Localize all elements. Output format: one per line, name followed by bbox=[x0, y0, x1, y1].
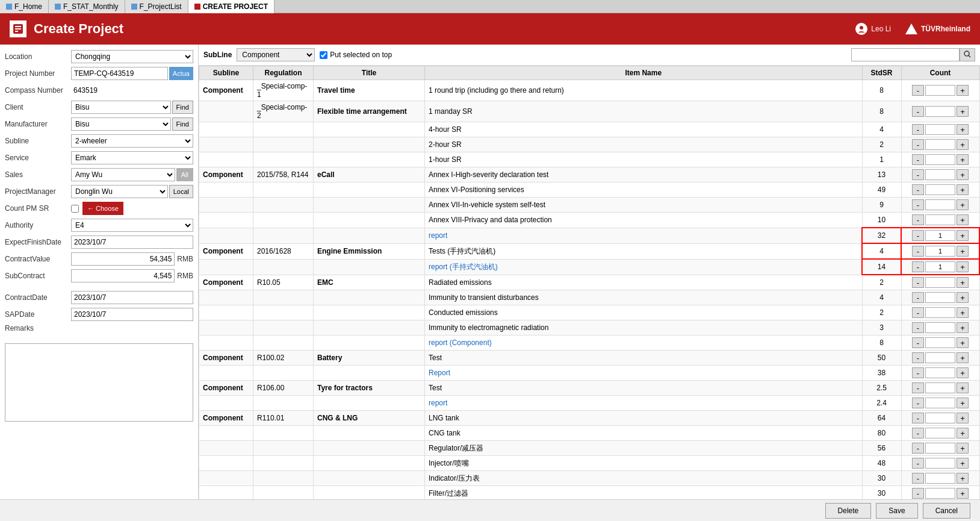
cell-count[interactable]: -+ bbox=[901, 335, 979, 351]
save-button[interactable]: Save bbox=[876, 503, 917, 519]
pm-local-button[interactable]: Local bbox=[169, 185, 193, 198]
contract-date-input[interactable] bbox=[71, 291, 193, 304]
project-number-input[interactable] bbox=[71, 67, 168, 80]
count-plus-button[interactable]: + bbox=[957, 292, 969, 303]
cell-itemname[interactable]: report bbox=[425, 396, 863, 411]
cell-itemname[interactable]: report (手持式汽油机) bbox=[425, 259, 863, 275]
count-plus-button[interactable]: + bbox=[957, 307, 969, 318]
contract-value-input[interactable] bbox=[71, 252, 175, 266]
item-link[interactable]: report (Component) bbox=[429, 338, 492, 347]
count-plus-button[interactable]: + bbox=[957, 261, 969, 272]
count-plus-button[interactable]: + bbox=[957, 413, 969, 423]
count-plus-button[interactable]: + bbox=[957, 85, 969, 96]
cell-count[interactable]: -+ bbox=[901, 275, 979, 290]
tab-projectlist[interactable]: F_ProjectList bbox=[125, 0, 188, 13]
cell-count[interactable]: -+ bbox=[901, 305, 979, 320]
count-input[interactable] bbox=[925, 184, 955, 195]
count-input[interactable] bbox=[925, 413, 955, 423]
count-minus-button[interactable]: - bbox=[912, 292, 924, 303]
count-input[interactable] bbox=[925, 230, 955, 241]
count-minus-button[interactable]: - bbox=[912, 398, 924, 408]
count-minus-button[interactable]: - bbox=[912, 199, 924, 210]
manufacturer-find-button[interactable]: Find bbox=[172, 117, 193, 131]
item-link[interactable]: Report bbox=[429, 369, 450, 377]
count-minus-button[interactable]: - bbox=[912, 261, 924, 272]
count-plus-button[interactable]: + bbox=[957, 473, 969, 484]
cell-count[interactable]: -+ bbox=[901, 183, 979, 198]
count-plus-button[interactable]: + bbox=[957, 214, 969, 225]
delete-button[interactable]: Delete bbox=[825, 503, 872, 519]
count-input[interactable] bbox=[925, 307, 955, 318]
count-minus-button[interactable]: - bbox=[912, 85, 924, 96]
service-select[interactable]: Emark bbox=[71, 151, 193, 164]
cell-count[interactable]: -+ bbox=[901, 213, 979, 228]
cell-count[interactable]: -+ bbox=[901, 80, 979, 101]
cell-count[interactable]: -+ bbox=[901, 320, 979, 335]
location-select[interactable]: Chongqing bbox=[71, 50, 193, 63]
actual-button[interactable]: Actua bbox=[169, 67, 193, 80]
subline-select[interactable]: 2-wheeler bbox=[71, 134, 193, 148]
count-input[interactable] bbox=[925, 292, 955, 303]
cell-count[interactable]: -+ bbox=[901, 456, 979, 471]
count-input[interactable] bbox=[925, 398, 955, 408]
cell-itemname[interactable]: Report bbox=[425, 366, 863, 381]
count-input[interactable] bbox=[925, 337, 955, 348]
cell-count[interactable]: -+ bbox=[901, 198, 979, 213]
item-link[interactable]: report bbox=[429, 399, 447, 407]
count-plus-button[interactable]: + bbox=[957, 199, 969, 210]
cell-count[interactable]: -+ bbox=[901, 167, 979, 183]
cell-count[interactable]: -+ bbox=[901, 486, 979, 500]
count-minus-button[interactable]: - bbox=[912, 458, 924, 469]
count-plus-button[interactable]: + bbox=[957, 382, 969, 393]
cell-count[interactable]: -+ bbox=[901, 396, 979, 411]
count-minus-button[interactable]: - bbox=[912, 154, 924, 165]
count-input[interactable] bbox=[925, 473, 955, 484]
sub-contract-input[interactable] bbox=[71, 269, 175, 282]
subline-bar-select[interactable]: Component bbox=[237, 48, 315, 61]
count-minus-button[interactable]: - bbox=[912, 230, 924, 241]
count-input[interactable] bbox=[925, 169, 955, 180]
cell-count[interactable]: -+ bbox=[901, 101, 979, 122]
count-plus-button[interactable]: + bbox=[957, 106, 969, 117]
count-pm-sr-checkbox[interactable] bbox=[71, 205, 79, 213]
count-input[interactable] bbox=[925, 261, 955, 272]
tab-stat[interactable]: F_STAT_Monthly bbox=[49, 0, 125, 13]
cell-count[interactable]: -+ bbox=[901, 137, 979, 152]
cell-count[interactable]: -+ bbox=[901, 122, 979, 137]
count-plus-button[interactable]: + bbox=[957, 443, 969, 454]
count-minus-button[interactable]: - bbox=[912, 124, 924, 135]
count-minus-button[interactable]: - bbox=[912, 106, 924, 117]
count-input[interactable] bbox=[925, 443, 955, 454]
count-input[interactable] bbox=[925, 214, 955, 225]
count-plus-button[interactable]: + bbox=[957, 169, 969, 180]
count-minus-button[interactable]: - bbox=[912, 488, 924, 499]
count-input[interactable] bbox=[925, 199, 955, 210]
cell-count[interactable]: -+ bbox=[901, 441, 979, 456]
count-plus-button[interactable]: + bbox=[957, 322, 969, 333]
count-minus-button[interactable]: - bbox=[912, 322, 924, 333]
expect-finish-input[interactable] bbox=[71, 236, 193, 249]
count-plus-button[interactable]: + bbox=[957, 124, 969, 135]
tab-createproject[interactable]: CREATE PROJECT bbox=[188, 0, 274, 13]
choose-button[interactable]: ← Choose bbox=[82, 202, 123, 215]
count-minus-button[interactable]: - bbox=[912, 337, 924, 348]
count-plus-button[interactable]: + bbox=[957, 230, 969, 241]
cell-count[interactable]: -+ bbox=[901, 351, 979, 366]
sales-select[interactable]: Amy Wu bbox=[71, 168, 175, 181]
cell-count[interactable]: -+ bbox=[901, 259, 979, 275]
cell-count[interactable]: -+ bbox=[901, 426, 979, 441]
sales-all-button[interactable]: All bbox=[176, 168, 193, 181]
count-minus-button[interactable]: - bbox=[912, 139, 924, 150]
cell-count[interactable]: -+ bbox=[901, 243, 979, 259]
count-input[interactable] bbox=[925, 367, 955, 378]
client-select[interactable]: Bisu bbox=[71, 101, 171, 114]
count-input[interactable] bbox=[925, 458, 955, 469]
count-input[interactable] bbox=[925, 428, 955, 438]
count-input[interactable] bbox=[925, 382, 955, 393]
count-plus-button[interactable]: + bbox=[957, 352, 969, 363]
item-link[interactable]: report bbox=[429, 231, 447, 240]
count-plus-button[interactable]: + bbox=[957, 488, 969, 499]
manufacturer-select[interactable]: Bisu bbox=[71, 117, 171, 131]
count-minus-button[interactable]: - bbox=[912, 169, 924, 180]
cell-itemname[interactable]: report bbox=[425, 228, 863, 243]
